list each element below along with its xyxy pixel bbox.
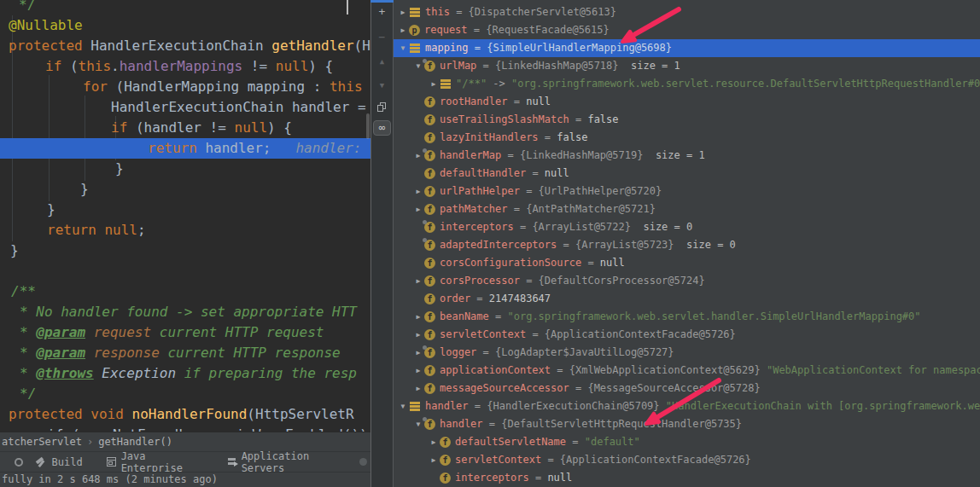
code-line[interactable]: * @param response current HTTP response — [0, 343, 370, 363]
variable-row[interactable]: ▶defaultServletName = "default" — [394, 433, 980, 451]
collapse-toggle-icon[interactable]: ▼ — [397, 397, 409, 415]
remove-watch-button[interactable]: − — [376, 31, 389, 44]
move-watch-down-button[interactable]: ▼ — [376, 79, 389, 93]
code-line[interactable]: * @param request current HTTP request — [0, 322, 370, 343]
value-icon — [409, 401, 421, 412]
code-token: * No handler found -> set appropriate HT… — [20, 304, 357, 320]
variable-row[interactable]: ▶servletContext = {ApplicationContextFac… — [394, 326, 980, 344]
variable-row[interactable]: lazyInitHandlers = false — [394, 129, 980, 147]
variable-value-part: {SimpleUrlHandlerMapping@5698} — [487, 39, 672, 57]
code-line[interactable]: * @throws Exception if preparing the res… — [0, 363, 370, 384]
variable-row[interactable]: adaptedInterceptors = {ArrayList@5723} s… — [394, 236, 980, 254]
code-line[interactable]: return null; — [0, 220, 370, 241]
code-line[interactable]: if (pageNotFoundLogger.isWarnEnabled()) … — [0, 425, 370, 432]
field-icon — [424, 329, 435, 340]
code-line[interactable]: } — [0, 241, 370, 261]
variable-row[interactable]: ▶beanName = "org.springframework.web.ser… — [394, 308, 980, 326]
variable-name: defaultServletName — [455, 433, 566, 451]
expand-toggle-icon[interactable]: ▶ — [397, 21, 409, 39]
variable-row[interactable]: order = 2147483647 — [394, 290, 980, 308]
expand-toggle-icon[interactable]: ▶ — [428, 75, 440, 93]
variable-row[interactable]: corsConfigurationSource = null — [394, 254, 980, 272]
show-watches-button[interactable]: ∞ — [373, 120, 391, 136]
variable-value-part: {UrlPathHelper@5720} — [539, 183, 662, 200]
code-line[interactable]: */ — [0, 384, 370, 404]
build-icon — [36, 457, 47, 467]
variable-row[interactable]: ▼urlMap = {LinkedHashMap@5718} size = 1 — [394, 57, 980, 75]
variable-value-part: {ArrayList@5723} — [575, 236, 674, 254]
code-line[interactable] — [0, 261, 370, 281]
breadcrumb-item[interactable]: atcherServlet — [2, 436, 82, 448]
code-line[interactable]: * No handler found -> set appropriate HT… — [0, 302, 370, 322]
variable-name: logger — [440, 344, 476, 362]
expand-toggle-icon[interactable]: ▶ — [412, 200, 424, 218]
expand-toggle-icon[interactable]: ▶ — [397, 3, 409, 21]
variable-row[interactable]: ▶corsProcessor = {DefaultCorsProcessor@5… — [394, 272, 980, 290]
expand-toggle-icon[interactable]: ▶ — [428, 433, 440, 451]
variable-row[interactable]: ▶logger = {LogAdapter$JavaUtilLog@5727} — [394, 344, 980, 362]
variable-row[interactable]: ▶messageSourceAccessor = {MessageSourceA… — [394, 380, 980, 397]
code-line[interactable]: protected HandlerExecutionChain getHandl… — [0, 36, 370, 56]
variable-row[interactable]: useTrailingSlashMatch = false — [394, 111, 980, 129]
duplicate-watch-button[interactable] — [377, 102, 387, 113]
cut-toolwindow-icon[interactable] — [15, 458, 23, 467]
variable-value-part: "org.springframework.web.servlet.resourc… — [511, 75, 980, 93]
expand-toggle-icon[interactable]: ▶ — [428, 451, 440, 469]
code-token: (HandlerMapping mapping : — [116, 78, 330, 95]
add-watch-button[interactable]: + — [376, 5, 389, 19]
code-line[interactable]: } — [0, 179, 370, 200]
variable-row[interactable]: ▼handler = {DefaultServletHttpRequestHan… — [394, 415, 980, 433]
variable-row[interactable]: ▶"/**" -> "org.springframework.web.servl… — [394, 75, 980, 93]
toolwindow-button-build[interactable]: Build — [36, 456, 83, 468]
toolwindow-button-application-servers[interactable]: Application Servers — [228, 450, 347, 474]
code-line[interactable]: } — [0, 200, 370, 220]
code-line[interactable]: protected void noHandlerFound(HttpServle… — [0, 404, 370, 425]
code-token: HandlerExecutionChain — [90, 38, 271, 54]
variable-row[interactable]: interceptors = null — [394, 469, 980, 487]
variable-row[interactable]: ▶this = {DispatcherServlet@5613} — [394, 3, 980, 21]
variable-row[interactable]: ▶servletContext = {ApplicationContextFac… — [394, 451, 980, 469]
code-line[interactable]: if (handler != null) { — [0, 118, 370, 138]
breadcrumb-item[interactable]: getHandler() — [98, 436, 172, 448]
code-line[interactable]: } — [0, 159, 370, 179]
code-token: void — [90, 406, 131, 422]
field-icon — [424, 132, 435, 143]
variable-row[interactable]: ▶applicationContext = {XmlWebApplication… — [394, 362, 980, 380]
code-token: (HttpServletR — [247, 406, 353, 422]
code-line[interactable]: */ — [0, 0, 370, 15]
move-watch-up-button[interactable]: ▲ — [376, 55, 389, 69]
expand-toggle-icon[interactable]: ▶ — [412, 308, 424, 326]
code-line[interactable]: @Nullable — [0, 15, 370, 36]
expand-toggle-icon[interactable]: ▶ — [412, 326, 424, 344]
field-icon — [424, 240, 435, 251]
code-token — [85, 345, 94, 361]
variable-row[interactable]: ▶pathMatcher = {AntPathMatcher@5721} — [394, 200, 980, 218]
variable-row[interactable]: ▶handlerMap = {LinkedHashMap@5719} size … — [394, 147, 980, 165]
variable-row[interactable]: ▶request = {RequestFacade@5615} — [394, 21, 980, 39]
variable-value-part: "/**" — [456, 75, 487, 93]
editor-scrollbar[interactable] — [366, 113, 370, 139]
code-line[interactable]: /** — [0, 281, 370, 302]
variable-row[interactable]: rootHandler = null — [394, 93, 980, 111]
field-icon — [440, 455, 451, 466]
execution-point-line[interactable]: return handler; handler: — [0, 138, 370, 159]
expand-toggle-icon[interactable]: ▶ — [412, 272, 424, 290]
variable-row[interactable]: ▶urlPathHelper = {UrlPathHelper@5720} — [394, 183, 980, 200]
variable-name: servletContext — [455, 451, 541, 469]
expand-toggle-icon[interactable]: ▶ — [412, 362, 424, 380]
notification-circle-icon[interactable] — [359, 458, 367, 466]
collapse-toggle-icon[interactable]: ▼ — [397, 39, 409, 57]
code-line[interactable]: HandlerExecutionChain handler = — [0, 97, 370, 118]
expand-toggle-icon[interactable]: ▶ — [412, 380, 424, 397]
toolwindow-button-java-enterprise[interactable]: Java Enterprise — [107, 450, 204, 474]
variable-value-part: = — [541, 451, 560, 469]
variable-row[interactable]: ▼handler = {HandlerExecutionChain@5709} … — [394, 397, 980, 415]
variable-row[interactable]: ▼mapping = {SimpleUrlHandlerMapping@5698… — [394, 39, 980, 57]
variable-row[interactable]: defaultHandler = null — [394, 165, 980, 183]
code-line[interactable]: for (HandlerMapping mapping : this — [0, 77, 370, 97]
variable-row[interactable]: interceptors = {ArrayList@5722} size = 0 — [394, 218, 980, 236]
code-editor[interactable]: */@Nullableprotected HandlerExecutionCha… — [0, 0, 370, 432]
code-line[interactable]: if (this.handlerMappings != null) { — [0, 56, 370, 77]
expand-toggle-icon[interactable]: ▶ — [412, 183, 424, 200]
code-token: } — [10, 242, 19, 258]
